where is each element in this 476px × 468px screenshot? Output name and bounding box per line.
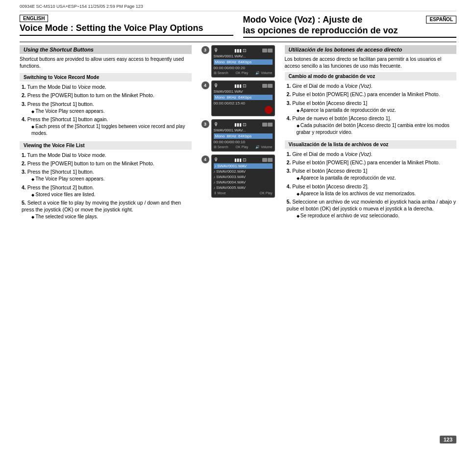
ctrl-icon-1 <box>262 49 267 52</box>
es-vstep-3-sub: Aparece la pantalla de reproducción de v… <box>295 175 457 181</box>
content-area: ENGLISH Voice Mode : Setting the Voice P… <box>20 15 456 448</box>
es-step-3: 3. Pulse el botón [Acceso directo 1] Apa… <box>285 100 457 114</box>
left-column: Using the Shortcut Buttons Shortcut butt… <box>20 45 192 222</box>
file-icon-5: ♪ <box>214 186 216 189</box>
es-vstep-5-sub: Se reproduce el archivo de voz seleccion… <box>295 212 457 219</box>
step-circle-3b: 3 <box>201 120 209 128</box>
vstep-3-sub: The Voice Play screen appears. <box>29 176 192 182</box>
es-shortcut-desc: Los botones de acceso directo se facilit… <box>285 56 457 69</box>
es-vstep-1: 1. Gire el Dial de modo a Voice (Voz). <box>285 151 457 157</box>
device-screen-1: 🎙 ▮▮▮ ⊡ SWAV0001.WAV... Mono 8KHz <box>211 45 275 78</box>
ctrl-icon-2 <box>268 49 273 52</box>
step-circle-4b: 4 <box>201 156 209 163</box>
vstep-5: 5. Select a voice file to play by moving… <box>20 199 192 220</box>
screen-item-3: 3 🎙 ▮▮▮ ⊡ SWAV0001.WAV... <box>201 119 275 152</box>
step-4: 4. Press the [Shortcut 1] button again. … <box>20 116 192 136</box>
battery-icon-1: ▮▮▮ <box>234 48 242 53</box>
es-switching-subsection: Cambio al modo de grabación de voz <box>285 72 457 80</box>
es-step-1: 1. Gire el Dial de modo a Voice (Voz). <box>285 82 457 89</box>
right-column: Utilización de los botones de acceso dir… <box>285 45 457 222</box>
file-list: ♪ SWAV0001.WAV ♪ SWAV0002.WAV ♪ SWAV0003… <box>214 163 273 190</box>
filename-2: SWAV0001.WAV <box>214 89 273 94</box>
page-number: 123 <box>440 436 456 443</box>
time-1: 00:00:00/00:00:20 <box>214 66 273 70</box>
screen-item-2: 4 🎙 ▮▮▮ ⊡ SWAV0001.WAV <box>201 80 275 116</box>
ctrl-icon-7 <box>262 158 267 162</box>
ctrl-icon-4 <box>268 84 273 88</box>
vstep-1: 1. Turn the Mode Dial to Voice mode. <box>20 152 192 158</box>
mono-bar-3: Mono 8KHz 64Kbps <box>214 133 273 139</box>
shortcut-desc: Shortcut buttons are provided to allow u… <box>20 56 192 69</box>
step-2: 2. Press the [POWER] button to turn on t… <box>20 92 192 99</box>
file-icon-4: ♪ <box>214 181 216 184</box>
english-main-title: Voice Mode : Setting the Voice Play Opti… <box>20 23 233 36</box>
file-item-2: ♪ SWAV0002.WAV <box>214 169 273 174</box>
es-vstep-5: 5. Seleccione un archivo de voz moviendo… <box>285 198 457 219</box>
mono-bar-2: Mono 8KHz 64Kbps <box>214 95 273 100</box>
mic-icon-4: 🎙 <box>214 157 219 162</box>
es-vstep-3: 3. Pulse el botón [Acceso directo 1] Apa… <box>285 167 457 182</box>
es-shortcut-section-header: Utilización de los botones de acceso dir… <box>285 45 457 54</box>
footer-4: ⇕ Move OK Play <box>214 191 273 195</box>
english-title-section: ENGLISH Voice Mode : Setting the Voice P… <box>20 15 233 36</box>
mono-bar-1: Mono 8KHz 64Kbps <box>214 59 273 65</box>
screen-item-4: 4 🎙 ▮▮▮ ⊡ <box>201 155 275 198</box>
file-icon-1: ♪ <box>215 164 217 168</box>
mic-icon-2: 🎙 <box>214 83 219 88</box>
title-row: ENGLISH Voice Mode : Setting the Voice P… <box>20 15 456 38</box>
main-content: Using the Shortcut Buttons Shortcut butt… <box>20 42 456 222</box>
ctrl-icon-8 <box>268 158 273 162</box>
step-4-sub: Each press of the [Shortcut 1] toggles b… <box>29 123 192 136</box>
es-step-4-sub: Cada pulsación del botón [Acceso directo… <box>295 122 457 135</box>
mic-icon-1: 🎙 <box>214 48 219 53</box>
vstep-3: 3. Press the [Shortcut 1] button. The Vo… <box>20 168 192 182</box>
switching-subsection: Switching to Voice Record Mode <box>20 73 192 81</box>
battery-icon-4: ▮▮▮ <box>234 157 242 162</box>
battery-icon-2: ▮▮▮ <box>234 83 242 88</box>
battery-icon-3: ▮▮▮ <box>234 122 242 127</box>
es-step-4: 4. Pulse de nuevo el botón [Acceso direc… <box>285 115 457 135</box>
page-header: 00934E SC-MS10 USA+ESP~154 11/25/05 2:59… <box>20 4 456 11</box>
es-viewing-section: Visualización de la lista de archivos de… <box>285 140 457 219</box>
ctrl-icon-5 <box>262 123 267 127</box>
device-screen-4: 🎙 ▮▮▮ ⊡ ♪ SWAV0001.WAV <box>211 155 275 198</box>
footer-1: ⊞ Search OK Play 🔊 Volume <box>214 71 273 75</box>
time-2: 00:00:00/02:15:40 <box>214 101 273 105</box>
footer-3: ⊞ Search OK Play 🔊 Volume <box>214 145 273 149</box>
file-item-5: ♪ SWAV0005.WAV <box>214 185 273 190</box>
file-icon-3: ♪ <box>214 175 216 179</box>
file-item-1: ♪ SWAV0001.WAV <box>214 163 273 169</box>
es-viewing-steps: 1. Gire el Dial de modo a Voice (Voz). 2… <box>285 151 457 219</box>
ctrl-icon-3 <box>262 84 267 88</box>
card-icon-3: ⊡ <box>243 122 247 127</box>
es-step-3-sub: Aparece la pantalla de reproducción de v… <box>295 107 457 113</box>
card-icon-4: ⊡ <box>243 157 247 162</box>
vstep-4: 4. Press the [Shortcut 2] button. Stored… <box>20 184 192 198</box>
file-item-4: ♪ SWAV0004.WAV <box>214 180 273 185</box>
step-circle-4: 4 <box>201 81 209 89</box>
screen-item-1: 3 🎙 ▮▮▮ ⊡ SWAV0001.WAV... <box>201 45 275 78</box>
device-screen-2: 🎙 ▮▮▮ ⊡ SWAV0001.WAV Mono 8KHz <box>211 80 275 116</box>
spanish-title-section: Modo Voice (Voz) : Ajuste de las opcione… <box>243 15 457 38</box>
switching-steps: 1. Turn the Mode Dial to Voice mode. 2. … <box>20 83 192 136</box>
spanish-title-text: Modo Voice (Voz) : Ajuste de las opcione… <box>243 15 423 36</box>
vstep-5-sub: The selected voice file plays. <box>29 213 192 220</box>
header-text: 00934E SC-MS10 USA+ESP~154 11/25/05 2:59… <box>20 4 143 9</box>
vstep-4-sub: Stored voice files are listed. <box>29 191 192 198</box>
viewing-subsection: Viewing the Voice File List <box>20 141 192 150</box>
step-circle-3: 3 <box>201 46 209 54</box>
file-icon-2: ♪ <box>214 170 216 173</box>
viewing-steps: 1. Turn the Mode Dial to Voice mode. 2. … <box>20 152 192 220</box>
es-viewing-subsection: Visualización de la lista de archivos de… <box>285 140 457 149</box>
shortcut-section-header: Using the Shortcut Buttons <box>20 45 192 54</box>
es-switching-steps: 1. Gire el Dial de modo a Voice (Voz). 2… <box>285 82 457 135</box>
spanish-badge: ESPAÑOL <box>426 16 456 24</box>
filename-1: SWAV0001.WAV... <box>214 54 273 58</box>
es-step-2: 2. Pulse el botón [POWER] (ENC.) para en… <box>285 91 457 98</box>
es-vstep-4-sub: Aparece la lista de los archivos de voz … <box>295 190 457 197</box>
english-badge: ENGLISH <box>20 15 48 22</box>
file-item-3: ♪ SWAV0003.WAV <box>214 174 273 180</box>
record-indicator <box>265 106 273 114</box>
card-icon-1: ⊡ <box>243 48 247 53</box>
device-screens-column: 3 🎙 ▮▮▮ ⊡ SWAV0001.WAV... <box>200 45 277 222</box>
